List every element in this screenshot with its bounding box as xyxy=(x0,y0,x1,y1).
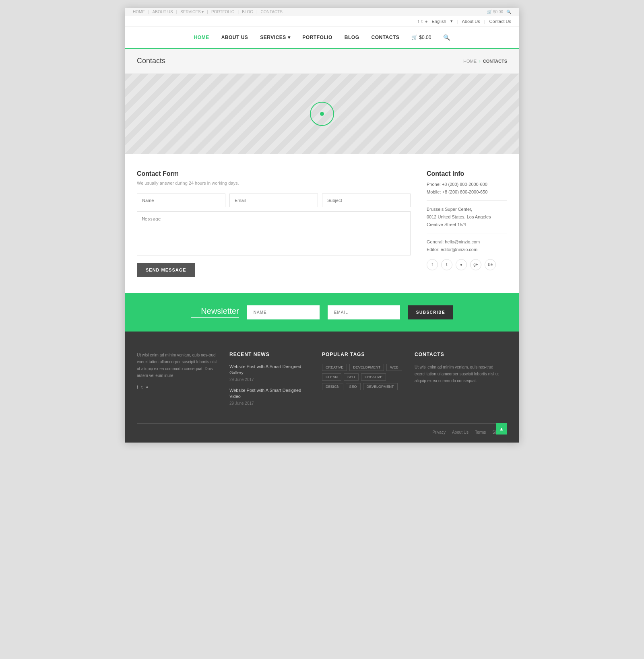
main-nav: HOME ABOUT US SERVICES ▾ PORTFOLIO BLOG … xyxy=(125,27,519,49)
nav-about[interactable]: ABOUT US xyxy=(221,35,248,40)
site-nav-home[interactable]: HOME xyxy=(133,10,145,14)
footer-news-item-2-title[interactable]: Website Post with A Smart Designed Video xyxy=(229,387,310,400)
tag-design[interactable]: DESIGN xyxy=(322,383,343,390)
back-to-top-button[interactable]: ▲ xyxy=(496,423,507,435)
email-input[interactable] xyxy=(229,194,318,207)
tag-creative-1[interactable]: CREATIVE xyxy=(322,364,347,371)
search-icon-top[interactable]: 🔍 xyxy=(506,10,511,14)
services-chevron: ▾ xyxy=(288,35,291,40)
footer-news-item-2: Website Post with A Smart Designed Video… xyxy=(229,387,310,406)
site-nav-blog[interactable]: BLOG xyxy=(242,10,253,14)
footer-contacts-text: Ut wisi enim ad minim veniam, quis nos-t… xyxy=(415,364,503,384)
footer-news-title: RECENT NEWS xyxy=(229,352,310,357)
footer-twitter-icon[interactable]: t xyxy=(141,385,142,389)
map-marker xyxy=(310,102,334,126)
nav-contacts[interactable]: CONTACTS xyxy=(372,35,400,40)
contact-info-title: Contact Info xyxy=(427,170,507,177)
newsletter-name-input[interactable] xyxy=(247,305,320,319)
top-bar: f t ● English ▾ | About Us | Contact Us xyxy=(125,16,519,27)
twitter-icon[interactable]: t xyxy=(421,19,423,24)
subscribe-button[interactable]: SUBSCRIBE xyxy=(408,305,453,319)
newsletter-email-input[interactable] xyxy=(328,305,400,319)
site-nav-portfolio[interactable]: PORTFOLIO xyxy=(211,10,235,14)
message-input[interactable] xyxy=(137,211,411,255)
contact-google-icon[interactable]: g+ xyxy=(470,259,481,270)
search-icon-nav[interactable]: 🔍 xyxy=(443,34,450,41)
footer-bottom: Privacy About Us Terms Sitemap ▲ xyxy=(137,423,507,435)
footer-news-item-1-title[interactable]: Website Post with A Smart Designed Galle… xyxy=(229,364,310,376)
footer: Ut wisi enim ad minim veniam, quis nos-t… xyxy=(125,332,519,443)
nav-services[interactable]: SERVICES ▾ xyxy=(260,35,290,40)
map-placeholder xyxy=(125,74,519,154)
tag-seo-1[interactable]: SEO xyxy=(344,373,359,381)
tags-container: CREATIVE DEVELOPMENT WEB CLEAN SEO CREAT… xyxy=(322,364,402,390)
footer-instagram-icon[interactable]: ● xyxy=(146,385,149,389)
footer-news-item-1-date: 29 June 2017 xyxy=(229,377,310,382)
contact-address-3: Creative Street 15/4 xyxy=(427,221,507,229)
contact-general-email: General: hello@ninzio.com xyxy=(427,238,507,246)
tag-creative-2[interactable]: CREATIVE xyxy=(361,373,386,381)
form-row-1 xyxy=(137,194,411,207)
footer-contacts-title: CONTACTS xyxy=(415,352,503,357)
site-nav-services[interactable]: SERVICES ▾ xyxy=(180,10,204,14)
info-divider-2 xyxy=(427,233,507,233)
site-nav-contacts[interactable]: CONTACTS xyxy=(261,10,283,14)
tag-development-2[interactable]: DEVELOPMENT xyxy=(363,383,398,390)
name-input[interactable] xyxy=(137,194,225,207)
nav-cart[interactable]: 🛒 $0.00 xyxy=(411,35,431,40)
nav-home[interactable]: HOME xyxy=(194,35,209,40)
newsletter-title: Newsletter xyxy=(191,307,239,318)
footer-contacts-col: CONTACTS Ut wisi enim ad minim veniam, q… xyxy=(415,352,503,411)
contact-info-section: Contact Info Phone: +8 (200) 800-2000-60… xyxy=(427,170,507,277)
contact-instagram-icon[interactable]: ● xyxy=(456,259,467,270)
about-us-link[interactable]: About Us xyxy=(462,19,480,24)
contact-twitter-icon[interactable]: t xyxy=(441,259,452,270)
cart-icon[interactable]: 🛒 $0.00 xyxy=(487,10,503,14)
footer-tags-col: POPULAR TAGS CREATIVE DEVELOPMENT WEB CL… xyxy=(322,352,402,411)
map-area xyxy=(125,74,519,154)
facebook-icon[interactable]: f xyxy=(418,19,419,24)
footer-about-link[interactable]: About Us xyxy=(452,430,469,435)
instagram-icon[interactable]: ● xyxy=(425,19,428,24)
map-marker-inner xyxy=(320,112,324,116)
footer-terms-link[interactable]: Terms xyxy=(475,430,486,435)
contact-facebook-icon[interactable]: f xyxy=(427,259,438,270)
language-selector[interactable]: English xyxy=(432,19,446,24)
footer-privacy-link[interactable]: Privacy xyxy=(432,430,446,435)
contact-form-title: Contact Form xyxy=(137,170,411,177)
newsletter-section: Newsletter SUBSCRIBE xyxy=(125,293,519,332)
footer-grid: Ut wisi enim ad minim veniam, quis nos-t… xyxy=(137,352,507,411)
contact-behance-icon[interactable]: Be xyxy=(485,259,496,270)
contact-mobile: Mobile: +8 (200) 800-2000-650 xyxy=(427,188,507,196)
footer-facebook-icon[interactable]: f xyxy=(137,385,138,389)
site-top-bar: HOME | ABOUT US | SERVICES ▾ | PORTFOLIO… xyxy=(125,8,519,16)
send-message-button[interactable]: SEND MESSAGE xyxy=(137,263,195,277)
nav-blog[interactable]: BLOG xyxy=(345,35,359,40)
footer-bottom-wrapper: Privacy About Us Terms Sitemap ▲ xyxy=(137,423,507,435)
contact-us-link[interactable]: Contact Us xyxy=(489,19,511,24)
subject-input[interactable] xyxy=(322,194,411,207)
page-title: Contacts xyxy=(137,57,165,65)
info-divider-1 xyxy=(427,200,507,201)
contact-editor-email: Editor: editor@ninzio.com xyxy=(427,246,507,253)
footer-news-item-1: Website Post with A Smart Designed Galle… xyxy=(229,364,310,382)
content-area: Contact Form We usually answer during 24… xyxy=(125,154,519,293)
tag-clean[interactable]: CLEAN xyxy=(322,373,341,381)
contact-address-1: Brussels Super Center, xyxy=(427,206,507,213)
breadcrumb-home[interactable]: HOME xyxy=(463,59,477,64)
site-nav-about[interactable]: ABOUT US xyxy=(153,10,173,14)
contact-phone: Phone: +8 (200) 800-2000-600 xyxy=(427,181,507,188)
footer-tags-title: POPULAR TAGS xyxy=(322,352,402,357)
page-header: Contacts HOME › CONTACTS xyxy=(125,49,519,74)
tag-seo-2[interactable]: SEO xyxy=(346,383,361,390)
lang-chevron[interactable]: ▾ xyxy=(450,19,453,24)
nav-portfolio[interactable]: PORTFOLIO xyxy=(302,35,332,40)
breadcrumb-current: CONTACTS xyxy=(483,59,507,64)
footer-news-item-2-date: 29 June 2017 xyxy=(229,401,310,406)
map-marker-outer xyxy=(310,102,334,126)
footer-about-text: Ut wisi enim ad minim veniam, quis nos-t… xyxy=(137,352,217,379)
tag-development-1[interactable]: DEVELOPMENT xyxy=(349,364,384,371)
breadcrumb-separator: › xyxy=(479,59,481,64)
contact-social-icons: f t ● g+ Be xyxy=(427,259,507,270)
tag-web[interactable]: WEB xyxy=(386,364,402,371)
